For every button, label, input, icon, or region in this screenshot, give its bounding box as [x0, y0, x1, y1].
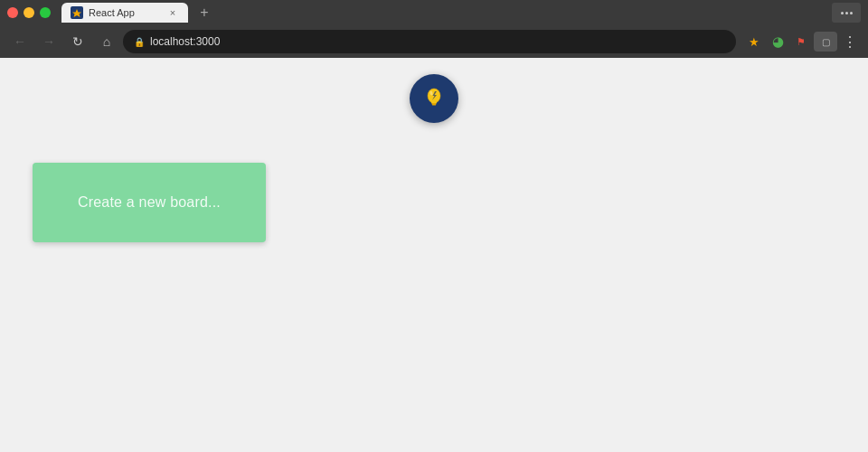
extension-button-2[interactable]: ⚑ — [790, 31, 812, 52]
extensions-button[interactable]: ▢ — [814, 32, 837, 52]
overflow-dots-icon — [841, 12, 853, 14]
app-icon-inner — [410, 74, 458, 123]
forward-button[interactable]: → — [36, 29, 61, 54]
new-tab-button[interactable]: + — [192, 3, 217, 23]
tab-close-button[interactable]: × — [166, 6, 179, 19]
create-board-label: Create a new board... — [78, 194, 221, 211]
lightbulb-icon — [420, 84, 448, 113]
address-text: localhost:3000 — [150, 35, 220, 48]
svg-rect-5 — [432, 104, 436, 106]
browser-overflow-button[interactable]: ⋮ — [839, 31, 861, 52]
reload-button[interactable]: ↻ — [65, 29, 90, 54]
title-bar: React App × + — [0, 0, 868, 25]
nav-actions: ★ ◕ ⚑ ▢ ⋮ — [743, 31, 861, 52]
tab-title: React App — [89, 7, 161, 18]
nav-bar: ← → ↻ ⌂ 🔒 localhost:3000 ★ ◕ ⚑ ▢ ⋮ — [0, 25, 868, 58]
create-board-card[interactable]: Create a new board... — [33, 163, 266, 242]
back-button[interactable]: ← — [7, 29, 33, 54]
tab-favicon-icon — [71, 6, 83, 19]
page-content: Create a new board... — [0, 58, 868, 452]
app-icon — [410, 74, 458, 123]
browser-chrome: React App × + ← → ↻ ⌂ 🔒 localhost:3000 ★… — [0, 0, 868, 58]
window-controls — [7, 7, 51, 18]
maximize-window-button[interactable] — [40, 7, 51, 18]
active-tab[interactable]: React App × — [61, 3, 188, 23]
tab-bar: React App × + — [61, 3, 828, 23]
browser-menu-button[interactable] — [832, 3, 861, 23]
extension-button-1[interactable]: ◕ — [767, 31, 788, 52]
bookmark-button[interactable]: ★ — [743, 31, 765, 52]
minimize-window-button[interactable] — [24, 7, 34, 18]
lock-icon: 🔒 — [134, 37, 145, 47]
close-window-button[interactable] — [7, 7, 18, 18]
home-button[interactable]: ⌂ — [94, 29, 119, 54]
address-bar[interactable]: 🔒 localhost:3000 — [123, 30, 736, 53]
